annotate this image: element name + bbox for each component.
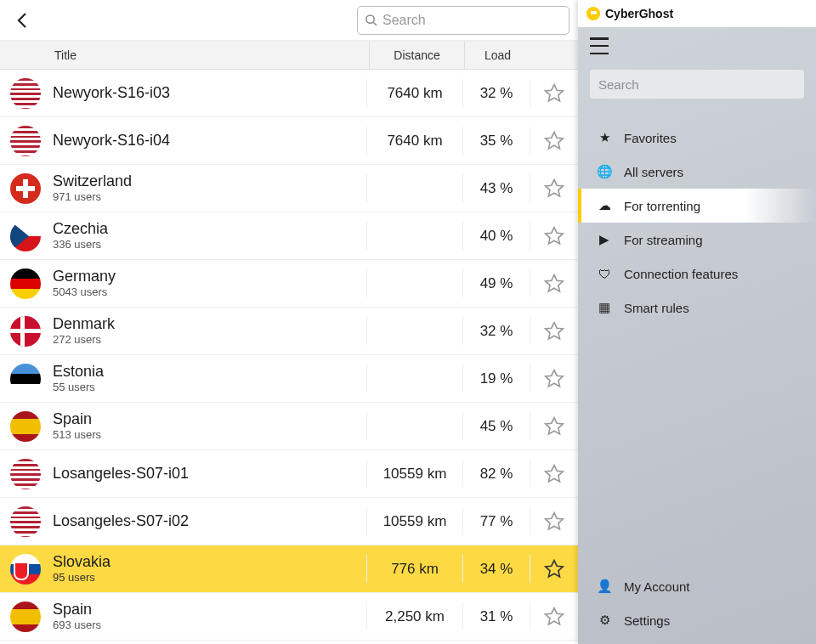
cyberghost-logo-icon: [586, 7, 600, 20]
server-name: Newyork-S16-i04: [53, 132, 366, 150]
server-title-cell: Losangeles-S07-i01: [53, 465, 366, 483]
search-icon: [365, 14, 377, 26]
server-row[interactable]: Losangeles-S07-i0110559 km82 %: [0, 450, 578, 498]
server-load: 82 %: [463, 466, 530, 483]
server-load: 19 %: [463, 370, 530, 387]
favorite-star-icon[interactable]: [543, 606, 565, 628]
sidebar-search-input[interactable]: [598, 77, 796, 92]
server-name: Slovakia: [53, 553, 366, 571]
server-title-cell: Slovakia95 users: [53, 553, 366, 585]
menu-item-smart-rules[interactable]: ▦Smart rules: [578, 291, 816, 325]
col-distance[interactable]: Distance: [369, 42, 464, 69]
play-box-icon: ▶: [597, 232, 612, 247]
col-load[interactable]: Load: [464, 42, 530, 69]
col-title[interactable]: Title: [53, 48, 369, 62]
flag-icon: [10, 78, 41, 109]
server-row[interactable]: Czechia336 users40 %: [0, 212, 578, 260]
server-row[interactable]: Switzerland971 users43 %: [0, 165, 578, 212]
server-row[interactable]: Losangeles-S07-i0210559 km77 %: [0, 498, 578, 545]
server-name: Estonia: [53, 363, 366, 381]
search-box[interactable]: [357, 6, 570, 35]
server-load: 40 %: [463, 228, 530, 245]
menu-item-connection-features[interactable]: 🛡Connection features: [578, 257, 816, 291]
server-users: 336 users: [53, 239, 366, 251]
favorite-star-icon[interactable]: [543, 368, 565, 390]
sidebar-search-box[interactable]: [590, 70, 804, 99]
server-row[interactable]: Newyork-S16-i037640 km32 %: [0, 70, 578, 117]
server-distance: 10559 km: [367, 513, 462, 530]
gear-icon: ⚙: [597, 613, 612, 628]
favorite-star-icon[interactable]: [543, 463, 565, 485]
server-title-cell: Newyork-S16-i04: [53, 132, 366, 150]
server-row[interactable]: Newyork-S16-i047640 km35 %: [0, 117, 578, 165]
menu-item-for-torrenting[interactable]: ☁For torrenting: [578, 189, 816, 223]
menu-item-label: For torrenting: [624, 199, 700, 213]
favorite-star-icon[interactable]: [543, 225, 565, 247]
sidebar: CyberGhost ★Favorites🌐All servers☁For to…: [578, 0, 816, 644]
globe-icon: 🌐: [597, 164, 612, 179]
star-icon: ★: [597, 130, 612, 145]
favorite-star-icon[interactable]: [543, 511, 565, 533]
server-name: Germany: [53, 268, 366, 285]
flag-icon: [10, 506, 41, 537]
server-name: Switzerland: [53, 172, 366, 190]
server-row[interactable]: Slovakia95 users776 km34 %: [0, 545, 578, 593]
server-list: Newyork-S16-i037640 km32 %Newyork-S16-i0…: [0, 70, 578, 641]
server-row[interactable]: Estonia55 users19 %: [0, 355, 578, 403]
flag-icon: [10, 554, 41, 585]
shield-icon: 🛡: [597, 267, 612, 281]
server-users: 272 users: [53, 334, 366, 347]
column-header: Title Distance Load: [0, 41, 578, 70]
search-input[interactable]: [382, 13, 562, 28]
favorite-star-icon[interactable]: [543, 320, 565, 342]
server-distance: 2,250 km: [367, 608, 462, 625]
server-users: 513 users: [53, 429, 366, 442]
server-list-pane: Title Distance Load Newyork-S16-i037640 …: [0, 0, 578, 644]
favorite-star-icon[interactable]: [543, 82, 565, 105]
brand-name: CyberGhost: [605, 7, 673, 20]
back-button[interactable]: [8, 7, 36, 34]
server-name: Losangeles-S07-i01: [53, 465, 366, 483]
server-distance: 7640 km: [367, 133, 462, 150]
menu-item-settings[interactable]: ⚙Settings: [578, 603, 816, 637]
server-users: 971 users: [53, 191, 366, 204]
server-row[interactable]: Denmark272 users32 %: [0, 308, 578, 355]
menu-item-all-servers[interactable]: 🌐All servers: [578, 155, 816, 189]
server-load: 45 %: [463, 418, 530, 435]
flag-icon: [10, 126, 41, 156]
favorite-star-icon[interactable]: [543, 130, 565, 152]
server-row[interactable]: Spain513 users45 %: [0, 403, 578, 450]
menu-item-label: Favorites: [624, 131, 677, 145]
server-name: Denmark: [53, 315, 366, 333]
server-title-cell: Denmark272 users: [53, 315, 366, 347]
cloud-download-icon: ☁: [597, 198, 612, 213]
menu-item-label: All servers: [624, 165, 683, 179]
menu-item-for-streaming[interactable]: ▶For streaming: [578, 223, 816, 257]
server-title-cell: Germany5043 users: [53, 268, 366, 300]
menu-item-label: Smart rules: [624, 301, 689, 315]
chevron-left-icon: [16, 12, 28, 29]
server-load: 34 %: [463, 561, 530, 578]
hamburger-icon: [590, 37, 609, 40]
server-row[interactable]: Spain693 users2,250 km31 %: [0, 593, 578, 641]
server-name: Czechia: [53, 220, 366, 238]
flag-icon: [10, 364, 41, 394]
topbar: [0, 0, 578, 41]
menu-item-my-account[interactable]: 👤My Account: [578, 569, 816, 603]
menu-item-label: My Account: [624, 579, 690, 594]
server-title-cell: Czechia336 users: [53, 220, 366, 252]
server-distance: 776 km: [367, 561, 462, 578]
hamburger-button[interactable]: [590, 37, 610, 54]
menu-item-label: Connection features: [624, 267, 738, 281]
server-row[interactable]: Germany5043 users49 %: [0, 260, 578, 308]
favorite-star-icon[interactable]: [543, 558, 565, 580]
flag-icon: [10, 221, 41, 251]
favorite-star-icon[interactable]: [543, 273, 565, 295]
favorite-star-icon[interactable]: [543, 415, 565, 438]
menu-item-favorites[interactable]: ★Favorites: [578, 121, 816, 155]
flag-icon: [10, 602, 41, 632]
server-load: 32 %: [463, 323, 530, 340]
favorite-star-icon[interactable]: [543, 178, 565, 200]
server-name: Losangeles-S07-i02: [53, 512, 366, 530]
server-title-cell: Estonia55 users: [53, 363, 366, 395]
